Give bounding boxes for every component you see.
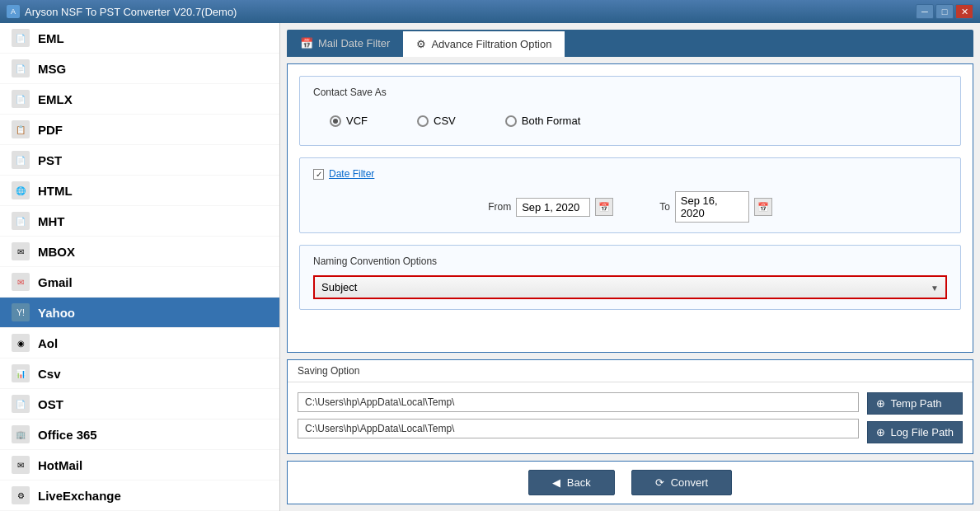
mbox-icon: ✉ [12,242,30,260]
temp-path-input[interactable] [298,392,859,412]
title-bar-left: A Aryson NSF To PST Converter V20.7(Demo… [7,5,237,18]
convert-icon: ⟳ [655,476,664,489]
app-icon: A [7,5,20,18]
title-bar: A Aryson NSF To PST Converter V20.7(Demo… [0,0,980,23]
sidebar-item-eml[interactable]: 📄 EML [0,23,279,54]
from-date-value: Sep 1, 2020 [522,201,579,213]
mbox-label: MBOX [38,245,75,259]
sidebar-item-gmail[interactable]: ✉ Gmail [0,267,279,298]
html-icon: 🌐 [12,181,30,199]
sidebar-item-csv[interactable]: 📊 Csv [0,359,279,389]
sidebar-item-msg[interactable]: 📄 MSG [0,54,279,84]
tab-advance-filtration[interactable]: ⚙ Advance Filtration Option [403,30,565,57]
msg-icon: 📄 [12,59,30,77]
office365-icon: 🏢 [12,425,30,443]
emlx-icon: 📄 [12,90,30,108]
convert-button[interactable]: ⟳ Convert [631,470,733,495]
saving-option-panel: Saving Option ⊕ Temp Path ⊕ Log File [287,359,973,454]
radio-both[interactable]: Both Format [505,115,581,127]
contact-save-as-options: VCF CSV Both Format [313,106,947,135]
close-button[interactable]: ✕ [955,4,973,19]
mht-label: MHT [38,214,65,228]
convert-label: Convert [671,476,709,489]
aol-icon: ◉ [12,334,30,352]
log-file-path-btn-icon: ⊕ [876,426,885,438]
csv-label: Csv [38,367,61,381]
radio-vcf-circle [330,115,341,127]
path-inputs [298,392,859,438]
temp-path-btn-label: Temp Path [890,397,941,410]
app-title: Aryson NSF To PST Converter V20.7(Demo) [25,6,237,18]
naming-select-wrapper: Subject Date From To ▼ [313,275,947,299]
from-calendar-btn[interactable]: 📅 [595,198,613,216]
from-date-group: From Sep 1, 2020 📅 [488,198,613,217]
minimize-button[interactable]: ─ [916,4,934,19]
aol-label: Aol [38,336,58,350]
log-file-path-input[interactable] [298,419,859,438]
to-date-value: Sep 16, 2020 [681,195,743,219]
pdf-label: PDF [38,123,63,137]
tab-mail-date-filter[interactable]: 📅 Mail Date Filter [287,30,403,57]
date-filter-label[interactable]: Date Filter [329,168,374,180]
from-date-input[interactable]: Sep 1, 2020 [516,198,590,217]
sidebar: 📄 EML 📄 MSG 📄 EMLX 📋 PDF 📄 PST 🌐 HTML 📄 … [0,23,280,511]
gmail-icon: ✉ [12,273,30,291]
temp-path-btn-icon: ⊕ [876,397,885,410]
naming-select-container: Subject Date From To ▼ [315,277,945,298]
back-button[interactable]: ◀ Back [528,470,615,495]
sidebar-item-yahoo[interactable]: Y! Yahoo [0,298,279,328]
sidebar-item-hotmail[interactable]: ✉ HotMail [0,450,279,481]
sidebar-item-aol[interactable]: ◉ Aol [0,328,279,359]
yahoo-icon: Y! [12,303,30,321]
yahoo-label: Yahoo [38,306,75,320]
liveexchange-label: LiveExchange [38,489,121,503]
msg-label: MSG [38,62,66,76]
pst-label: PST [38,153,62,167]
radio-both-circle [505,115,517,127]
hotmail-icon: ✉ [12,456,30,474]
radio-both-label: Both Format [522,115,581,127]
title-bar-controls: ─ □ ✕ [916,4,973,19]
sidebar-item-office365[interactable]: 🏢 Office 365 [0,420,279,450]
tab-bar: 📅 Mail Date Filter ⚙ Advance Filtration … [287,30,973,57]
office365-label: Office 365 [38,428,97,442]
date-filter-checkbox[interactable] [313,169,324,180]
naming-convention-select[interactable]: Subject Date From To [315,277,945,298]
sidebar-item-mbox[interactable]: ✉ MBOX [0,237,279,267]
sidebar-item-ost[interactable]: 📄 OST [0,389,279,420]
maximize-button[interactable]: □ [935,4,954,19]
sidebar-item-mht[interactable]: 📄 MHT [0,206,279,237]
saving-content: ⊕ Temp Path ⊕ Log File Path [288,382,973,453]
advance-filtration-label: Advance Filtration Option [431,38,551,50]
back-label: Back [567,476,591,489]
hotmail-label: HotMail [38,458,82,472]
radio-csv-label: CSV [434,115,456,127]
date-row: From Sep 1, 2020 📅 To Sep 16, 2020 [313,191,947,223]
radio-vcf[interactable]: VCF [330,115,368,127]
liveexchange-icon: ⚙ [12,486,30,504]
sidebar-item-pdf[interactable]: 📋 PDF [0,115,279,145]
eml-label: EML [38,31,64,45]
radio-csv-circle [417,115,429,127]
date-filter-header: Date Filter [313,168,947,180]
bottom-bar: ◀ Back ⟳ Convert [287,461,973,504]
to-date-input[interactable]: Sep 16, 2020 [675,191,749,223]
html-label: HTML [38,184,73,198]
radio-csv[interactable]: CSV [417,115,456,127]
pst-icon: 📄 [12,151,30,169]
to-calendar-btn[interactable]: 📅 [754,198,772,216]
sidebar-item-emlx[interactable]: 📄 EMLX [0,84,279,115]
sidebar-item-liveexchange[interactable]: ⚙ LiveExchange [0,481,279,511]
advance-filtration-icon: ⚙ [416,38,426,50]
pdf-icon: 📋 [12,120,30,138]
csv-icon: 📊 [12,364,30,382]
temp-path-button[interactable]: ⊕ Temp Path [867,392,963,415]
log-file-path-button[interactable]: ⊕ Log File Path [867,421,963,443]
to-label: To [659,201,670,213]
mail-date-filter-icon: 📅 [300,37,313,49]
to-date-group: To Sep 16, 2020 📅 [659,191,772,223]
eml-icon: 📄 [12,29,30,47]
saving-option-title: Saving Option [288,360,973,382]
sidebar-item-html[interactable]: 🌐 HTML [0,176,279,206]
sidebar-item-pst[interactable]: 📄 PST [0,145,279,176]
